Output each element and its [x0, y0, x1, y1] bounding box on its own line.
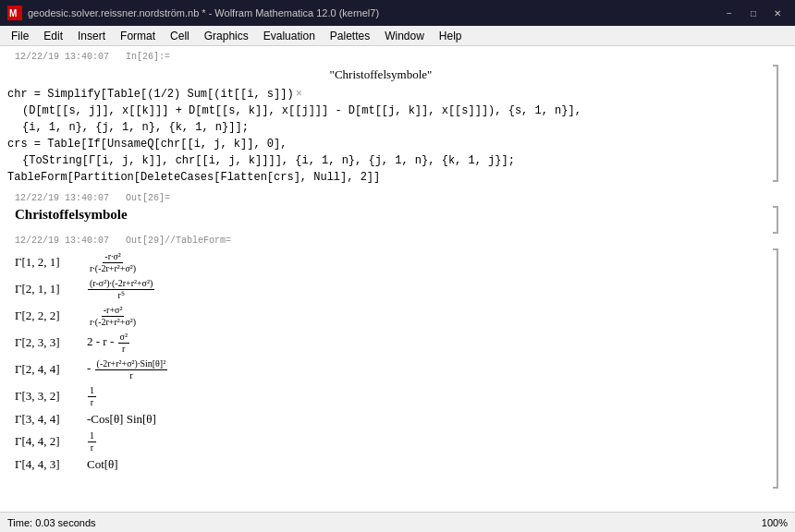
main-area: 12/22/19 13:40:07 In[26]:= "Christoffels…: [0, 46, 795, 512]
svg-text:M: M: [9, 8, 17, 18]
cell-input-26: 12/22/19 13:40:07 In[26]:= "Christoffels…: [0, 50, 780, 187]
menu-item-window[interactable]: Window: [377, 28, 432, 44]
gamma-row-7: Γ[3, 4, 4] -Cos[θ] Sin[θ]: [15, 412, 754, 427]
code-line-6: {ToString[Γ[i, j, k]], chr[[i, j, k]]]],…: [7, 152, 754, 169]
gamma-row-5: Γ[2, 4, 4] - (-2r+r²+σ²)·Sin[θ]² r: [15, 358, 754, 381]
statusbar: Time: 0.03 seconds 100%: [0, 512, 795, 532]
cell-timestamp-26: 12/22/19 13:40:07 In[26]:=: [7, 52, 754, 62]
status-time: Time: 0.03 seconds: [7, 517, 96, 528]
menu-item-evaluation[interactable]: Evaluation: [256, 28, 323, 44]
tableform-output: Γ[1, 2, 1] -r·σ² r·(-2r+r²+σ²) Γ[2, 1, 1…: [15, 251, 754, 472]
menu-item-insert[interactable]: Insert: [70, 28, 113, 44]
gamma-row-3: Γ[2, 2, 2] -r+σ² r·(-2r+r²+σ²): [15, 305, 754, 328]
window-controls: − □ ✕: [719, 5, 788, 21]
code-line-7: TableForm[Partition[DeleteCases[Flatten[…: [7, 169, 754, 186]
menu-item-edit[interactable]: Edit: [36, 28, 70, 44]
notebook[interactable]: 12/22/19 13:40:07 In[26]:= "Christoffels…: [0, 46, 780, 512]
menu-item-palettes[interactable]: Palettes: [323, 28, 377, 44]
menu-item-help[interactable]: Help: [432, 28, 470, 44]
minimize-button[interactable]: −: [719, 5, 740, 21]
gamma-row-4: Γ[2, 3, 3] 2 - r - σ² r: [15, 332, 754, 355]
cell-content-out26: 12/22/19 13:40:07 Out[26]= Christoffelsy…: [0, 193, 765, 226]
cell-output-26: 12/22/19 13:40:07 Out[26]= Christoffelsy…: [0, 191, 780, 228]
christoffel-output: Christoffelsymbole: [7, 203, 754, 226]
gamma-value-3: -r+σ² r·(-2r+r²+σ²): [87, 305, 139, 328]
gamma-row-8: Γ[4, 4, 2] 1 r: [15, 430, 754, 453]
code-line-4: {i, 1, n}, {j, 1, n}, {k, 1, n}]];: [7, 119, 754, 136]
cell-tableform: 12/22/19 13:40:07 Out[29]//TableForm= Γ[…: [0, 234, 780, 478]
gamma-value-8: 1 r: [87, 430, 97, 453]
gamma-label-9: Γ[4, 4, 3]: [15, 457, 80, 472]
maximize-button[interactable]: □: [743, 5, 764, 21]
gamma-label-7: Γ[3, 4, 4]: [15, 412, 80, 427]
zoom-level: 100%: [762, 517, 788, 528]
gamma-value-2: (r-σ²)·(-2r+r²+σ²) r⁵: [87, 278, 155, 301]
gamma-row-2: Γ[2, 1, 1] (r-σ²)·(-2r+r²+σ²) r⁵: [15, 278, 754, 301]
menu-item-cell[interactable]: Cell: [163, 28, 197, 44]
bracket-rail: [780, 46, 795, 512]
app-icon: M: [7, 6, 22, 20]
cell-label-tf: 12/22/19 13:40:07 Out[29]//TableForm=: [7, 236, 754, 246]
code-line-5: crs = Table[If[UnsameQ[chr[[i, j, k]], 0…: [7, 136, 754, 152]
cell-code-26[interactable]: "Christoffelsymbole" chr = Simplify[Tabl…: [7, 66, 754, 186]
gamma-value-5: - (-2r+r²+σ²)·Sin[θ]² r: [87, 358, 168, 381]
cell-bracket-26: [765, 52, 780, 186]
cell-content-26: 12/22/19 13:40:07 In[26]:= "Christoffels…: [0, 52, 765, 186]
menu-item-graphics[interactable]: Graphics: [197, 28, 256, 44]
gamma-value-4: 2 - r - σ² r: [87, 332, 130, 355]
cell-bracket-out26: [765, 193, 780, 226]
gamma-row-9: Γ[4, 4, 3] Cot[θ]: [15, 457, 754, 472]
gamma-value-6: 1 r: [87, 385, 97, 408]
window-title: geodesic.solver.reissner.nordström.nb * …: [28, 7, 719, 18]
gamma-label-6: Γ[3, 3, 2]: [15, 389, 80, 404]
gamma-value-9: Cot[θ]: [87, 457, 118, 472]
code-line-1: "Christoffelsymbole": [7, 66, 754, 84]
gamma-label-5: Γ[2, 4, 4]: [15, 362, 80, 377]
gamma-label-2: Γ[2, 1, 1]: [15, 282, 80, 296]
gamma-row-1: Γ[1, 2, 1] -r·σ² r·(-2r+r²+σ²): [15, 251, 754, 274]
cell-content-tf: 12/22/19 13:40:07 Out[29]//TableForm= Γ[…: [0, 236, 765, 476]
gamma-label-8: Γ[4, 4, 2]: [15, 434, 80, 449]
gamma-value-1: -r·σ² r·(-2r+r²+σ²): [87, 251, 139, 274]
gamma-label-4: Γ[2, 3, 3]: [15, 335, 80, 350]
gamma-label-3: Γ[2, 2, 2]: [15, 308, 80, 323]
gamma-value-7: -Cos[θ] Sin[θ]: [87, 412, 156, 427]
menu-item-file[interactable]: File: [4, 28, 36, 44]
code-line-3: (D[mt[[s, j]], x[[k]]] + D[mt[[s, k]], x…: [7, 103, 754, 119]
close-button[interactable]: ✕: [767, 5, 788, 21]
gamma-label-1: Γ[1, 2, 1]: [15, 255, 80, 270]
cell-bracket-tf: [765, 236, 780, 476]
menubar: FileEditInsertFormatCellGraphicsEvaluati…: [0, 26, 795, 46]
menu-item-format[interactable]: Format: [113, 28, 163, 44]
cell-label-out26: 12/22/19 13:40:07 Out[26]=: [7, 193, 754, 203]
gamma-row-6: Γ[3, 3, 2] 1 r: [15, 385, 754, 408]
code-line-2: chr = Simplify[Table[(1/2) Sum[(it[[i, s…: [7, 86, 754, 103]
titlebar: M geodesic.solver.reissner.nordström.nb …: [0, 0, 795, 26]
